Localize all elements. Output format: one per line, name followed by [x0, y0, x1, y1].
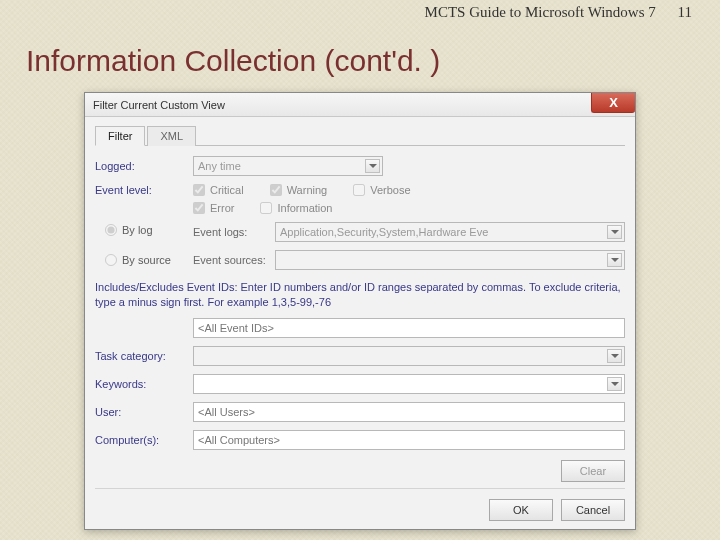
check-critical[interactable]: Critical — [193, 184, 244, 196]
check-critical-label: Critical — [210, 184, 244, 196]
computers-input[interactable]: <All Computers> — [193, 430, 625, 450]
label-event-level: Event level: — [95, 184, 193, 196]
page-title: Information Collection (cont'd. ) — [26, 44, 440, 78]
clear-button[interactable]: Clear — [561, 460, 625, 482]
radio-by-source[interactable] — [105, 254, 117, 266]
slide-header: MCTS Guide to Microsoft Windows 7 11 — [425, 4, 692, 21]
radio-by-log[interactable] — [105, 224, 117, 236]
dialog-footer: OK Cancel — [95, 488, 625, 521]
check-warning-label: Warning — [287, 184, 328, 196]
event-ids-input[interactable]: <All Event IDs> — [193, 318, 625, 338]
tab-xml[interactable]: XML — [147, 126, 196, 146]
computers-value: <All Computers> — [198, 434, 280, 446]
check-warning[interactable]: Warning — [270, 184, 328, 196]
event-ids-placeholder: <All Event IDs> — [198, 322, 274, 334]
check-error[interactable]: Error — [193, 202, 234, 214]
check-information-label: Information — [277, 202, 332, 214]
dialog-body: Filter XML Logged: Any time Event level:… — [85, 117, 635, 531]
check-error-label: Error — [210, 202, 234, 214]
user-value: <All Users> — [198, 406, 255, 418]
tab-filter[interactable]: Filter — [95, 126, 145, 146]
logged-value: Any time — [198, 160, 241, 172]
chevron-down-icon — [607, 377, 622, 391]
chevron-down-icon — [607, 253, 622, 267]
clear-footer: Clear — [95, 458, 625, 482]
chevron-down-icon — [607, 225, 622, 239]
label-keywords: Keywords: — [95, 378, 193, 390]
label-event-sources: Event sources: — [193, 254, 275, 266]
filter-dialog: Filter Current Custom View X Filter XML … — [84, 92, 636, 530]
user-input[interactable]: <All Users> — [193, 402, 625, 422]
radio-by-log-label: By log — [122, 224, 153, 236]
label-logged: Logged: — [95, 160, 193, 172]
event-id-description: Includes/Excludes Event IDs: Enter ID nu… — [95, 280, 625, 310]
page-number: 11 — [678, 4, 692, 20]
logged-combo[interactable]: Any time — [193, 156, 383, 176]
check-information[interactable]: Information — [260, 202, 332, 214]
check-verbose[interactable]: Verbose — [353, 184, 410, 196]
keywords-combo[interactable] — [193, 374, 625, 394]
check-verbose-label: Verbose — [370, 184, 410, 196]
dialog-titlebar: Filter Current Custom View X — [85, 93, 635, 117]
book-title: MCTS Guide to Microsoft Windows 7 — [425, 4, 656, 20]
event-logs-combo[interactable]: Application,Security,System,Hardware Eve — [275, 222, 625, 242]
event-sources-combo[interactable] — [275, 250, 625, 270]
radio-by-source-label: By source — [122, 254, 171, 266]
cancel-button[interactable]: Cancel — [561, 499, 625, 521]
label-user: User: — [95, 406, 193, 418]
close-button[interactable]: X — [591, 93, 635, 113]
label-event-logs: Event logs: — [193, 226, 275, 238]
chevron-down-icon — [365, 159, 380, 173]
label-task-category: Task category: — [95, 350, 193, 362]
ok-button[interactable]: OK — [489, 499, 553, 521]
dialog-title: Filter Current Custom View — [93, 99, 225, 111]
tabstrip: Filter XML — [95, 125, 625, 146]
chevron-down-icon — [607, 349, 622, 363]
event-logs-value: Application,Security,System,Hardware Eve — [280, 226, 488, 238]
label-computers: Computer(s): — [95, 434, 193, 446]
close-icon: X — [609, 95, 618, 110]
task-category-combo[interactable] — [193, 346, 625, 366]
